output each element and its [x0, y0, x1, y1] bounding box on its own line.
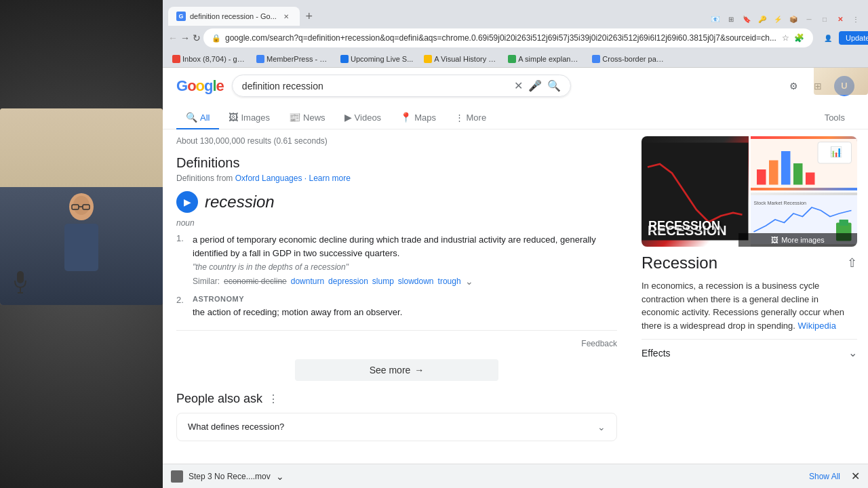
extensions-puzzle-icon[interactable]: 🧩: [794, 33, 805, 43]
svg-rect-6: [17, 271, 24, 283]
nav-images[interactable]: 🖼 Images: [219, 106, 279, 129]
tab-close-btn[interactable]: ✕: [281, 11, 292, 22]
images-grid: RECESSION: [642, 136, 857, 247]
address-bar[interactable]: 🔒 google.com/search?q=definition+recessi…: [203, 28, 813, 47]
bookmark-label-simple: A simple explanati...: [518, 55, 581, 63]
maps-icon: 📍: [400, 112, 412, 123]
forward-btn[interactable]: →: [180, 28, 190, 47]
bookmark-star-icon[interactable]: ☆: [781, 33, 791, 43]
kp-wiki-link[interactable]: Wikipedia: [798, 321, 836, 331]
kp-share-btn[interactable]: ⇧: [847, 256, 857, 270]
tab-favicon: G: [176, 12, 186, 21]
logo-o2: o: [196, 77, 204, 94]
nav-maps[interactable]: 📍 Maps: [391, 106, 446, 129]
more-btn[interactable]: ⋮: [849, 12, 863, 26]
paa-options-btn[interactable]: ⋮: [268, 392, 279, 405]
audio-btn[interactable]: ▶: [176, 191, 198, 213]
nav-videos[interactable]: ▶ Videos: [335, 106, 391, 129]
google-header: Google definition recession ✕ 🎤 🔍 ⚙ ⊞ U: [163, 68, 868, 104]
definition-item-2: 2. ASTRONOMY the action of receding; mot…: [176, 295, 617, 322]
feedback-link[interactable]: Feedback: [176, 339, 617, 348]
minimize-btn[interactable]: ─: [802, 12, 816, 26]
close-browser-btn[interactable]: ✕: [833, 12, 847, 26]
kp-effects-label: Effects: [642, 348, 671, 359]
svg-point-2: [73, 196, 90, 215]
similar-tag-depression[interactable]: depression: [328, 277, 368, 286]
extension-icon-6[interactable]: 📦: [787, 12, 800, 26]
active-tab[interactable]: G definition recession - Go... ✕: [168, 7, 300, 26]
paa-title: People also ask ⋮: [176, 392, 617, 406]
similar-tag-trough[interactable]: trough: [438, 277, 461, 286]
similar-more-btn[interactable]: ⌄: [465, 276, 473, 287]
learn-more-link[interactable]: · Learn more: [304, 174, 351, 183]
extension-icon-3[interactable]: 🔖: [740, 12, 753, 26]
refresh-btn[interactable]: ↻: [193, 28, 201, 47]
bookmark-favicon-live: [340, 55, 349, 63]
extension-icon-4[interactable]: 🔑: [755, 12, 769, 26]
definition-source: Definitions from Oxford Languages · Lear…: [176, 174, 617, 183]
bookmark-label-cross: Cross-border pay...: [602, 55, 665, 63]
definition-box: Definitions Definitions from Oxford Lang…: [176, 155, 617, 348]
new-tab-btn[interactable]: +: [300, 7, 319, 26]
word-header: ▶ recession: [176, 191, 617, 213]
nav-more-label: ⋮ More: [455, 113, 486, 123]
paa-chevron-1: ⌄: [597, 422, 606, 432]
extension-icon-2[interactable]: ⊞: [724, 12, 738, 26]
see-more-btn[interactable]: See more →: [295, 359, 498, 381]
bookmark-visual[interactable]: A Visual History of...: [420, 54, 501, 64]
image-cell-1[interactable]: RECESSION: [642, 136, 749, 247]
address-icons: ☆ 🧩: [781, 33, 805, 43]
voice-search-icon[interactable]: 🎤: [528, 79, 542, 92]
left-column: About 130,000,000 results (0.61 seconds)…: [163, 129, 631, 488]
nav-images-label: Images: [241, 113, 270, 123]
more-images-label: More images: [781, 236, 825, 244]
maximize-btn[interactable]: □: [818, 12, 831, 26]
update-btn[interactable]: Update: [839, 31, 868, 45]
definition-source-text: Definitions from: [176, 174, 233, 183]
paa-item-1[interactable]: What defines recession? ⌄: [176, 413, 617, 441]
bottom-close-btn[interactable]: ✕: [851, 470, 860, 483]
back-btn[interactable]: ←: [168, 28, 178, 47]
bookmark-gmail[interactable]: Inbox (8,704) - gg...: [168, 54, 250, 64]
similar-tag-slump[interactable]: slump: [372, 277, 394, 286]
kp-effects-section: Effects ⌄: [642, 339, 857, 366]
news-icon: 📰: [289, 112, 300, 123]
similar-label: Similar:: [193, 277, 220, 286]
watermark-decoration: [814, 68, 868, 95]
see-more-arrow: →: [414, 365, 424, 375]
extension-icon-5[interactable]: ⚡: [771, 12, 785, 26]
search-bar[interactable]: definition recession ✕ 🎤 🔍: [232, 75, 571, 97]
clear-search-icon[interactable]: ✕: [514, 79, 523, 92]
similar-tag-downturn[interactable]: downturn: [291, 277, 324, 286]
nav-tools[interactable]: Tools: [815, 107, 854, 128]
bookmark-simple[interactable]: A simple explanati...: [504, 54, 585, 64]
images-icon: 🖼: [229, 112, 238, 123]
logo-g2: g: [204, 77, 212, 94]
similar-tag-economic-decline[interactable]: economic decline: [224, 277, 287, 286]
bookmark-live[interactable]: Upcoming Live S...: [336, 54, 417, 64]
oxford-link[interactable]: Oxford Languages: [235, 174, 302, 183]
kp-effects-header[interactable]: Effects ⌄: [642, 346, 857, 359]
bookmark-cross[interactable]: Cross-border pay...: [588, 54, 669, 64]
nav-more[interactable]: ⋮ More: [446, 107, 496, 129]
similar-tag-slowdown[interactable]: slowdown: [398, 277, 434, 286]
bookmark-memberpress[interactable]: MemberPress - G...: [252, 54, 334, 64]
extension-icon-1[interactable]: 📧: [709, 12, 722, 26]
nav-all[interactable]: 🔍 All: [176, 106, 219, 129]
main-area: About 130,000,000 results (0.61 seconds)…: [163, 129, 868, 488]
bottom-chevron[interactable]: ⌄: [276, 471, 284, 482]
profile-icon[interactable]: 👤: [821, 31, 835, 45]
videos-icon: ▶: [344, 112, 352, 123]
show-all-btn[interactable]: Show All: [809, 472, 840, 481]
search-submit-icon[interactable]: 🔍: [547, 79, 561, 92]
nav-news[interactable]: 📰 News: [279, 106, 335, 129]
settings-icon[interactable]: ⚙: [785, 78, 802, 94]
all-icon: 🔍: [186, 112, 197, 123]
definition-section-title: Definitions: [176, 155, 617, 171]
tab-bar-right: 📧 ⊞ 🔖 🔑 ⚡ 📦 ─ □ ✕ ⋮: [709, 12, 863, 26]
logo-e: e: [216, 77, 224, 94]
more-images-btn[interactable]: 🖼 More images: [738, 233, 857, 247]
room-background: [0, 108, 163, 187]
logo-g: G: [176, 77, 187, 94]
bookmark-favicon-memberpress: [256, 55, 264, 63]
